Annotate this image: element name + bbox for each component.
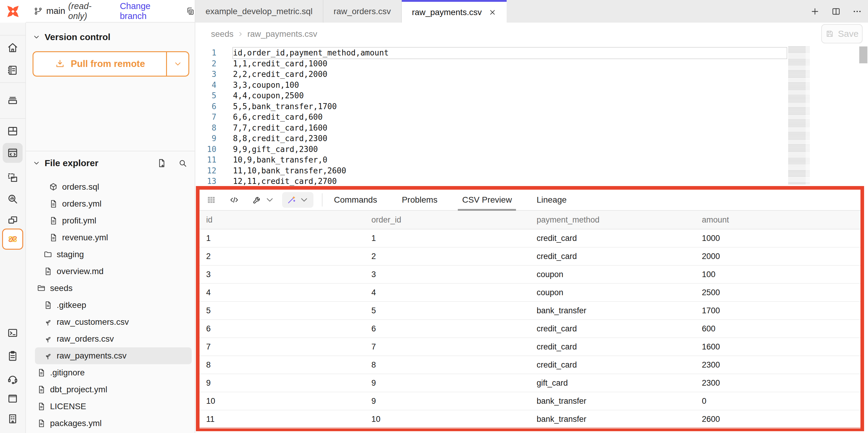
split-pane-icon[interactable] — [831, 7, 841, 16]
minimap[interactable] — [788, 47, 810, 184]
new-tab-icon[interactable] — [810, 7, 820, 16]
file-item-overview.md[interactable]: overview.md — [35, 263, 192, 280]
file-item-raw_orders.csv[interactable]: raw_orders.csv — [35, 330, 192, 347]
table-cell: 0 — [695, 392, 861, 410]
rail-item-clipboard[interactable] — [3, 346, 23, 366]
table-cell: credit_card — [530, 356, 695, 374]
save-button[interactable]: Save — [821, 24, 863, 44]
editor-tab-example_develop_metric.sql[interactable]: example_develop_metric.sql — [195, 0, 323, 23]
table-cell: 1 — [365, 229, 530, 247]
search-icon[interactable] — [178, 158, 187, 168]
browser-icon — [7, 393, 19, 405]
file-list: orders.sqlorders.ymlprofit.ymlrevenue.ym… — [26, 178, 195, 432]
table-cell: bank_transfer — [530, 410, 695, 428]
column-header-order_id: order_id — [365, 211, 530, 229]
doc-icon — [37, 402, 46, 411]
rail-item-dbt-fusion[interactable] — [2, 229, 23, 250]
table-cell: bank_transfer — [530, 302, 695, 319]
table-cell: 1000 — [695, 229, 861, 247]
rail-item-headset[interactable] — [3, 369, 23, 389]
panel-tab-Lineage[interactable]: Lineage — [535, 190, 568, 210]
chevron-down-icon[interactable] — [33, 159, 40, 167]
file-item-.gitignore[interactable]: .gitignore — [35, 364, 192, 381]
rail-item-frame-select[interactable] — [3, 168, 23, 188]
file-item-staging[interactable]: staging — [35, 246, 192, 263]
table-view-icon[interactable] — [206, 195, 216, 205]
table-cell: 1600 — [695, 338, 861, 355]
panel-tab-Problems[interactable]: Problems — [401, 190, 438, 210]
ai-assist-button[interactable] — [282, 192, 313, 208]
table-cell: bank_transfer — [530, 392, 695, 410]
scrollbar-thumb[interactable] — [859, 47, 867, 63]
table-cell: 7 — [365, 338, 530, 355]
file-item-seeds[interactable]: seeds — [35, 280, 192, 297]
layout-icon — [7, 125, 19, 137]
file-explorer-header[interactable]: File explorer — [26, 156, 195, 170]
tab-label: example_develop_metric.sql — [206, 7, 313, 16]
version-control-header[interactable]: Version control — [26, 30, 195, 44]
rail-item-browser[interactable] — [3, 389, 23, 409]
rail-item-notebook[interactable] — [3, 60, 23, 80]
editor-scrollbar[interactable] — [859, 47, 867, 185]
pull-dropdown-toggle[interactable] — [166, 52, 188, 76]
table-cell: 1700 — [695, 302, 861, 319]
code-line: 2,2,credit_card,2000 — [233, 69, 786, 80]
windows-icon — [7, 214, 19, 226]
column-header-payment_method: payment_method — [530, 211, 695, 229]
file-label: .gitignore — [50, 368, 85, 377]
table-cell: 4 — [365, 284, 530, 301]
file-item-packages.yml[interactable]: packages.yml — [35, 415, 192, 432]
file-label: .gitkeep — [57, 300, 86, 310]
branch-bar: main (read-only) Change branch — [26, 0, 195, 23]
file-item-dbt_project.yml[interactable]: dbt_project.yml — [35, 381, 192, 398]
new-file-icon[interactable] — [157, 158, 166, 168]
code-editor[interactable]: 12345678910111213 id,order_id,payment_me… — [195, 45, 868, 186]
rail-item-terminal[interactable] — [3, 323, 23, 343]
line-number: 6 — [195, 101, 216, 112]
more-options-icon[interactable] — [852, 7, 862, 16]
folder-icon — [43, 250, 53, 259]
pull-from-remote-button[interactable]: Pull from remote — [33, 51, 189, 77]
code-line: 11,10,bank_transfer,2600 — [233, 166, 786, 176]
change-branch-link[interactable]: Change branch — [120, 1, 175, 21]
notebook-icon — [7, 64, 19, 76]
table-cell: 2000 — [695, 248, 861, 265]
rail-item-archive[interactable] — [3, 90, 23, 110]
doc-icon — [37, 385, 46, 394]
table-cell: 2600 — [695, 410, 861, 428]
sidebar-divider — [26, 151, 195, 151]
table-cell: 7 — [199, 338, 365, 355]
doc-icon — [49, 199, 58, 208]
rail-item-building[interactable] — [3, 409, 23, 429]
code-view-icon[interactable] — [229, 195, 239, 205]
code-editor-icon — [7, 147, 19, 159]
build-tools-button[interactable] — [252, 195, 275, 205]
table-cell: 5 — [199, 302, 365, 319]
file-item-raw_payments.csv[interactable]: raw_payments.csv — [35, 347, 192, 364]
editor-tab-raw_orders.csv[interactable]: raw_orders.csv — [323, 0, 402, 23]
file-item-orders.sql[interactable]: orders.sql — [35, 178, 192, 195]
file-item-orders.yml[interactable]: orders.yml — [35, 195, 192, 212]
copy-icon[interactable] — [186, 6, 195, 16]
file-item-LICENSE[interactable]: LICENSE — [35, 398, 192, 415]
file-item-profit.yml[interactable]: profit.yml — [35, 212, 192, 229]
panel-tab-CSV Preview[interactable]: CSV Preview — [461, 190, 513, 210]
file-item-.gitkeep[interactable]: .gitkeep — [35, 297, 192, 314]
cube-icon — [49, 182, 58, 192]
close-tab-button[interactable] — [489, 8, 496, 16]
chevron-down-icon[interactable] — [33, 33, 40, 41]
table-cell: coupon — [530, 284, 695, 301]
table-cell: coupon — [530, 266, 695, 283]
file-item-revenue.yml[interactable]: revenue.yml — [35, 229, 192, 246]
rail-item-code-editor[interactable] — [3, 143, 23, 163]
column-header-amount: amount — [695, 211, 861, 229]
file-item-raw_customers.csv[interactable]: raw_customers.csv — [35, 314, 192, 330]
panel-tab-Commands[interactable]: Commands — [333, 190, 378, 210]
save-label: Save — [838, 29, 858, 39]
rail-item-home[interactable] — [3, 38, 23, 58]
editor-tab-raw_payments.csv[interactable]: raw_payments.csv — [402, 0, 507, 23]
rail-item-windows[interactable] — [3, 210, 23, 230]
rail-item-search-insights[interactable] — [3, 189, 23, 209]
table-cell: 9 — [365, 374, 530, 392]
rail-item-layout[interactable] — [3, 121, 23, 141]
